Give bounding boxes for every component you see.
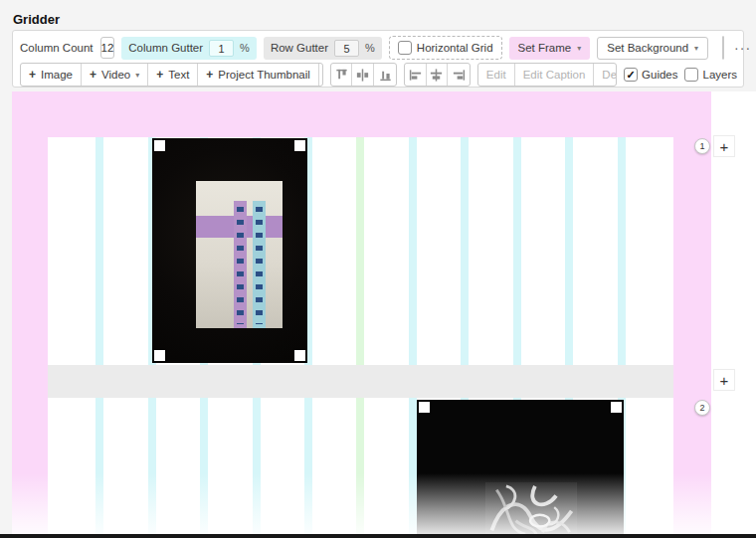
plus-icon: +	[29, 68, 36, 82]
toolbar-row-actions: + Image + Video ▾ + Text + Project Thumb…	[20, 63, 737, 87]
resize-handle-top-left[interactable]	[154, 140, 165, 151]
horizontal-grid-label: Horizontal Grid	[417, 42, 493, 54]
vertical-align-group	[330, 63, 397, 87]
align-left-button[interactable]	[405, 64, 427, 86]
resize-handle-top-left[interactable]	[419, 402, 430, 413]
column-gutter-unit: %	[240, 42, 250, 54]
horizontal-align-group	[404, 63, 471, 87]
add-text-button[interactable]: + Text	[148, 64, 198, 86]
grid-row-1[interactable]	[48, 137, 673, 365]
add-project-thumbnail-button[interactable]: + Project Thumbnail	[198, 64, 319, 86]
resize-handle-bottom-left[interactable]	[154, 350, 165, 361]
bottom-fade-overlay	[12, 473, 711, 538]
toolbar-row-settings: Column Count 12 Column Gutter 1 % Row Gu…	[20, 36, 737, 60]
row-gutter-label: Row Gutter	[271, 42, 328, 54]
column-guide	[409, 137, 417, 365]
column-count-label: Column Count	[20, 42, 94, 54]
horizontal-grid-toggle[interactable]: Horizontal Grid	[389, 36, 502, 60]
align-bottom-icon	[378, 68, 393, 83]
column-guide	[461, 137, 469, 365]
column-guide	[565, 137, 573, 365]
layers-toggle[interactable]: Layers	[684, 68, 737, 82]
edit-button[interactable]: Edit	[478, 64, 515, 86]
align-top-button[interactable]	[331, 64, 353, 86]
guides-toggle[interactable]: ✓ Guides	[624, 68, 677, 82]
column-guide	[95, 137, 103, 365]
gridder-editor: Gridder Column Count 12 Column Gutter 1 …	[0, 0, 756, 538]
guides-checkbox[interactable]: ✓	[624, 68, 638, 82]
row-gutter-unit: %	[365, 42, 375, 54]
edit-caption-button[interactable]: Edit Caption	[515, 64, 595, 86]
row-gutter-input[interactable]: 5	[334, 40, 359, 57]
align-center-button[interactable]	[427, 64, 449, 86]
artwork-cyan-stripe	[253, 201, 266, 328]
row-2-badge[interactable]: 2	[694, 400, 710, 416]
horizontal-grid-checkbox[interactable]	[398, 41, 412, 55]
insert-group: + Image + Video ▾ + Text + Project Thumb…	[20, 63, 323, 87]
align-middle-button[interactable]	[352, 64, 374, 86]
set-background-button[interactable]: Set Background ▾	[597, 37, 708, 60]
selected-image-block-1[interactable]	[152, 138, 307, 363]
align-right-icon	[452, 68, 467, 83]
row-gutter-band	[48, 365, 673, 398]
edit-group: Edit Edit Caption Delete	[477, 63, 617, 87]
add-row-button-1[interactable]: +	[713, 135, 735, 157]
add-image-button[interactable]: + Image	[21, 64, 82, 86]
add-video-button[interactable]: + Video ▾	[82, 64, 148, 86]
resize-handle-top-right[interactable]	[294, 140, 305, 151]
chevron-down-icon: ▾	[577, 44, 581, 53]
viewport-switch-group	[722, 36, 724, 60]
plus-icon: +	[206, 68, 213, 82]
center-column-guide	[356, 137, 364, 365]
align-center-icon	[429, 68, 444, 83]
add-more-button[interactable]: + More ▾	[319, 64, 323, 86]
artwork-purple-stripe	[234, 201, 247, 328]
chevron-down-icon: ▾	[135, 71, 139, 80]
column-guide	[513, 137, 521, 365]
artwork-photo	[196, 181, 283, 328]
desktop-view-button[interactable]	[723, 37, 724, 59]
column-gutter-group: Column Gutter 1 %	[121, 37, 257, 60]
chevron-down-icon: ▾	[694, 44, 698, 53]
add-row-button-2[interactable]: +	[713, 369, 735, 391]
row-1-badge[interactable]: 1	[694, 138, 710, 154]
ellipsis-icon: ···	[734, 40, 751, 56]
column-gutter-label: Column Gutter	[128, 42, 203, 54]
align-top-icon	[334, 68, 349, 83]
align-bottom-button[interactable]	[374, 64, 396, 86]
monitor-icon	[723, 41, 724, 56]
layers-label: Layers	[702, 69, 737, 81]
guides-label: Guides	[642, 69, 677, 81]
column-gutter-input[interactable]: 1	[209, 40, 234, 57]
plus-icon: +	[90, 68, 96, 82]
align-left-icon	[408, 68, 423, 83]
layers-checkbox[interactable]	[684, 68, 698, 82]
checkmark-icon: ✓	[626, 69, 635, 82]
window-bottom-bar	[0, 534, 756, 538]
column-guide	[618, 137, 626, 365]
canvas-frame[interactable]	[12, 91, 711, 538]
resize-handle-top-right[interactable]	[611, 402, 622, 413]
resize-handle-bottom-right[interactable]	[294, 350, 305, 361]
plus-icon: +	[156, 68, 163, 82]
delete-button[interactable]: Delete	[594, 64, 617, 86]
page-title: Gridder	[13, 12, 60, 27]
row-gutter-group: Row Gutter 5 %	[264, 37, 382, 60]
set-frame-button[interactable]: Set Frame ▾	[509, 37, 591, 60]
row-controls-rail	[711, 91, 756, 538]
more-options-button[interactable]: ···	[731, 40, 754, 56]
align-right-button[interactable]	[448, 64, 470, 86]
column-count-input[interactable]: 12	[100, 37, 115, 59]
toolbar-panel: Column Count 12 Column Gutter 1 % Row Gu…	[12, 30, 744, 88]
align-middle-icon	[355, 68, 370, 83]
